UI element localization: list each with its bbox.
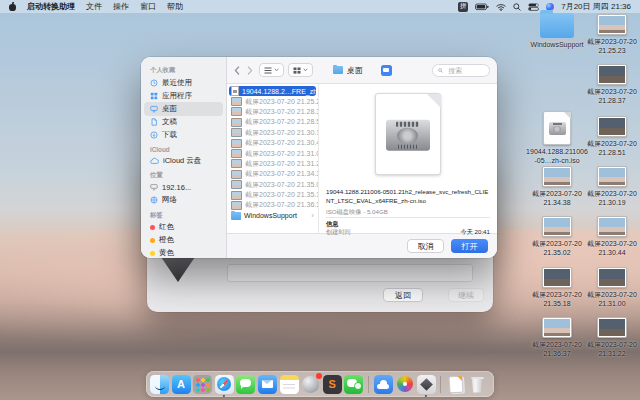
- group-by-button[interactable]: [288, 63, 313, 77]
- desktop-icon-screenshot[interactable]: 截屏2023-07-20 21.28.51: [581, 116, 640, 157]
- desktop-icon-screenshot[interactable]: 截屏2023-07-20 21.31.00: [581, 267, 640, 308]
- desktop: 启动转换助理 文件 操作 窗口 帮助 拼 7月20日 周四 21:36: [0, 0, 640, 400]
- dock-launchpad-icon[interactable]: [193, 375, 212, 394]
- file-row-screenshot[interactable]: 截屏2023-07-20 21.31.00: [227, 148, 318, 158]
- forward-icon[interactable]: [247, 66, 253, 75]
- iso-path-field[interactable]: [227, 264, 473, 282]
- file-row-iso-selected[interactable]: 19044.1288.2…FRE_zh-cn.iso: [229, 86, 316, 96]
- file-row-screenshot[interactable]: 截屏2023-07-20 21.36.37: [227, 200, 318, 210]
- running-indicator: [425, 395, 427, 397]
- dock-mail-icon[interactable]: [258, 375, 277, 394]
- blue-badge-icon[interactable]: [381, 65, 392, 76]
- file-row-screenshot[interactable]: 截屏2023-07-20 21.35.02: [227, 180, 318, 190]
- file-row-screenshot[interactable]: 截屏2023-07-20 21.25.23: [227, 96, 318, 106]
- screenshot-thumbnail-icon: [597, 267, 627, 288]
- app-menu[interactable]: 启动转换助理: [27, 1, 75, 12]
- desktop-icon-windowssupport[interactable]: WindowsSupport: [526, 13, 588, 49]
- desktop-icon-screenshot[interactable]: 截屏2023-07-20 21.30.19: [581, 166, 640, 207]
- desktop-icon-screenshot[interactable]: 截屏2023-07-20 21.25.23: [581, 14, 640, 55]
- search-input[interactable]: [446, 66, 484, 75]
- continue-button[interactable]: 继续: [448, 288, 484, 302]
- dock: A S: [146, 371, 494, 397]
- file-row-screenshot[interactable]: 截屏2023-07-20 21.28.37: [227, 107, 318, 117]
- menu-action[interactable]: 操作: [113, 1, 129, 12]
- file-row-screenshot[interactable]: 截屏2023-07-20 21.28.51: [227, 117, 318, 127]
- sidebar-item-network[interactable]: 网络: [141, 193, 226, 206]
- dock-messages-icon[interactable]: [236, 375, 255, 394]
- sidebar-item-network-computer[interactable]: 192.16...: [141, 181, 226, 193]
- desktop-icon-screenshot[interactable]: 截屏2023-07-20 21.34.38: [526, 166, 588, 207]
- input-method-icon[interactable]: 拼: [458, 2, 468, 12]
- download-icon: [150, 131, 158, 139]
- desktop-icon-screenshot[interactable]: 截屏2023-07-20 21.28.37: [581, 64, 640, 105]
- view-mode-button[interactable]: [259, 63, 284, 77]
- dock-baidu-netdisk-icon[interactable]: [374, 375, 393, 394]
- image-file-icon: [231, 159, 242, 168]
- image-file-icon: [231, 118, 242, 127]
- dock-trash-icon[interactable]: [468, 375, 487, 394]
- sidebar-item-tag-orange[interactable]: 橙色: [141, 234, 226, 247]
- dock-safari-icon[interactable]: [215, 375, 234, 394]
- sidebar-item-icloud-drive[interactable]: iCloud 云盘: [141, 154, 226, 167]
- apple-menu-icon[interactable]: [9, 3, 16, 11]
- desktop-icon-screenshot[interactable]: 截屏2023-07-20 21.35.02: [526, 216, 588, 257]
- cancel-button[interactable]: 取消: [407, 239, 444, 253]
- file-row-screenshot[interactable]: 截屏2023-07-20 21.30.19: [227, 128, 318, 138]
- folder-icon: [333, 66, 343, 74]
- created-value: 今天 20:41: [460, 228, 490, 237]
- spotlight-icon[interactable]: [513, 3, 521, 11]
- sidebar-item-recents[interactable]: 最近使用: [141, 76, 226, 89]
- dock-finder-icon[interactable]: [150, 375, 169, 394]
- file-row-screenshot[interactable]: 截屏2023-07-20 21.30.44: [227, 138, 318, 148]
- file-row-windowssupport[interactable]: WindowsSupport ›: [227, 211, 318, 221]
- location-popup[interactable]: 桌面: [333, 65, 363, 76]
- dock-documents-stack-icon[interactable]: [446, 375, 465, 394]
- screenshot-thumbnail-icon: [542, 317, 572, 338]
- file-row-screenshot[interactable]: 截屏2023-07-20 21.34.38: [227, 169, 318, 179]
- desktop-icon-screenshot[interactable]: 截屏2023-07-20 21.35.18: [526, 267, 588, 308]
- document-icon: [150, 118, 158, 126]
- file-row-screenshot[interactable]: 截屏2023-07-20 21.31.22: [227, 159, 318, 169]
- desktop-icon-iso[interactable]: 19044.1288.211006-05…zh-cn.iso: [526, 111, 588, 165]
- search-field[interactable]: [432, 64, 490, 77]
- sidebar-item-applications[interactable]: 应用程序: [141, 89, 226, 102]
- screenshot-thumbnail-icon: [542, 216, 572, 237]
- sidebar-item-desktop[interactable]: 桌面: [144, 102, 223, 115]
- desktop-icon-screenshot[interactable]: 截屏2023-07-20 21.31.22: [581, 317, 640, 358]
- dock-photos-icon[interactable]: [395, 375, 414, 394]
- back-icon[interactable]: [234, 66, 240, 75]
- preview-divider: [326, 217, 490, 218]
- dock-sogou-input-icon[interactable]: S: [323, 375, 342, 394]
- notification-badge: [316, 373, 322, 379]
- dock-system-preferences-icon[interactable]: [301, 375, 320, 394]
- sidebar-item-tag-yellow[interactable]: 黄色: [141, 247, 226, 258]
- dock-notes-icon[interactable]: [280, 375, 299, 394]
- iso-preview-icon: [375, 93, 441, 175]
- screenshot-thumbnail-icon: [597, 116, 627, 137]
- open-button[interactable]: 打开: [451, 239, 488, 253]
- desktop-icon-screenshot[interactable]: 截屏2023-07-20 21.30.44: [581, 216, 640, 257]
- menu-window[interactable]: 窗口: [140, 1, 156, 12]
- control-center-icon[interactable]: [528, 3, 539, 11]
- dock-appstore-icon[interactable]: A: [172, 375, 191, 394]
- group-icon: [293, 67, 301, 74]
- folder-icon: [540, 13, 574, 38]
- dialog-sidebar: 个人收藏 最近使用 应用程序 桌面 文稿 下载 iCloud: [141, 57, 227, 258]
- back-button[interactable]: 返回: [383, 288, 423, 302]
- dock-wechat-icon[interactable]: [344, 375, 363, 394]
- sidebar-item-tag-red[interactable]: 红色: [141, 221, 226, 234]
- menu-help[interactable]: 帮助: [167, 1, 183, 12]
- screenshot-thumbnail-icon: [597, 317, 627, 338]
- created-label: 创建时间: [326, 228, 351, 237]
- battery-icon[interactable]: [475, 3, 489, 11]
- file-row-screenshot[interactable]: 截屏2023-07-20 21.35.18: [227, 190, 318, 200]
- dock-bootcamp-assistant-icon[interactable]: [417, 375, 436, 394]
- running-indicator: [223, 395, 225, 397]
- desktop-icon-label: 截屏2023-07-20 21.31.22: [581, 340, 640, 358]
- menu-file[interactable]: 文件: [86, 1, 102, 12]
- menu-bar-clock[interactable]: 7月20日 周四 21:36: [561, 1, 631, 12]
- wifi-icon[interactable]: [496, 3, 506, 11]
- sidebar-item-downloads[interactable]: 下载: [141, 129, 226, 142]
- desktop-icon-screenshot[interactable]: 截屏2023-07-20 21.36.37: [526, 317, 588, 358]
- sidebar-item-documents[interactable]: 文稿: [141, 116, 226, 129]
